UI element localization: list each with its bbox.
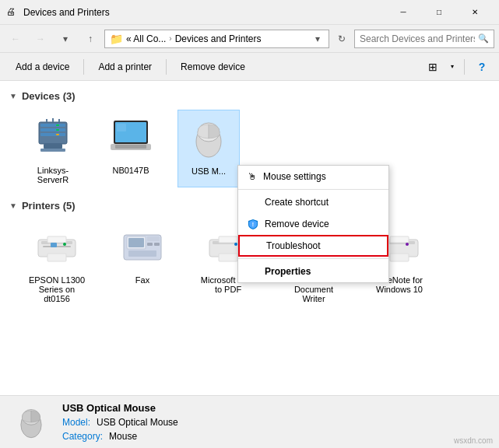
view-grid-icon: ⊞ (428, 61, 438, 73)
window-controls: ─ □ ✕ (385, 0, 493, 25)
printer-item-epson[interactable]: EPSON L1300 Series on dt0156 (22, 219, 92, 306)
status-category-value: Mouse (109, 431, 137, 442)
svg-point-49 (406, 243, 409, 246)
context-item-create-shortcut[interactable]: Create shortcut (238, 191, 388, 213)
laptop-label: NB0147B (112, 166, 149, 175)
svg-rect-30 (128, 250, 156, 257)
breadcrumb-arrow1: › (169, 34, 171, 43)
mouse-icon (184, 114, 234, 163)
context-item-remove-device[interactable]: ! Remove device (238, 213, 388, 235)
context-label-remove-device: Remove device (265, 219, 329, 229)
context-separator-1 (238, 189, 388, 190)
address-bar: ← → ▾ ↑ 📁 « All Co... › Devices and Prin… (0, 25, 499, 53)
svg-rect-6 (56, 134, 59, 135)
fax-icon (118, 222, 167, 272)
status-model-row: Model: USB Optical Mouse (62, 417, 178, 428)
linksys-icon (28, 113, 78, 163)
context-item-properties[interactable]: Properties (238, 261, 388, 282)
folder-icon: 📁 (110, 33, 123, 45)
shield-icon: ! (248, 219, 258, 229)
devices-section-header: ▼ Devices (3) (9, 90, 490, 102)
mouse-label: USB M... (192, 166, 226, 176)
dropdown-nav-button[interactable]: ▾ (54, 28, 76, 50)
watermark: wsxdn.com (454, 436, 493, 445)
back-button[interactable]: ← (5, 28, 26, 50)
toolbar-separator-2 (166, 59, 167, 75)
view-dropdown-button[interactable]: ▾ (447, 56, 458, 78)
status-model-value: USB Optical Mouse (97, 417, 178, 428)
main-content: ▼ Devices (3) (0, 81, 499, 395)
svg-rect-26 (51, 243, 57, 247)
search-icon: 🔍 (478, 33, 489, 44)
context-label-create-shortcut: Create shortcut (265, 197, 329, 208)
status-bar: USB Optical Mouse Model: USB Optical Mou… (0, 395, 499, 448)
status-category-row: Category: Mouse (62, 431, 178, 442)
view-icon-button[interactable]: ⊞ (422, 56, 444, 78)
forward-button[interactable]: → (30, 28, 51, 50)
svg-rect-31 (147, 236, 160, 241)
svg-rect-15 (115, 145, 146, 149)
device-item-laptop[interactable]: NB0147B (100, 110, 162, 187)
breadcrumb-container: « All Co... › Devices and Printers (126, 33, 308, 44)
svg-point-27 (63, 243, 66, 246)
svg-rect-25 (47, 254, 66, 261)
search-input[interactable] (360, 33, 475, 44)
add-device-button[interactable]: Add a device (6, 56, 79, 78)
svg-rect-38 (219, 254, 237, 261)
svg-rect-32 (147, 243, 153, 246)
printers-collapse-arrow[interactable]: ▼ (9, 201, 17, 210)
device-item-linksys[interactable]: Linksys-ServerR (22, 110, 84, 187)
breadcrumb-allco: « All Co... (126, 33, 166, 44)
epson-icon (32, 222, 82, 272)
printer-item-fax[interactable]: Fax (107, 219, 177, 306)
status-category-key: Category: (62, 431, 103, 442)
context-item-troubleshoot[interactable]: Troubleshoot (238, 235, 388, 257)
add-printer-button[interactable]: Add a printer (89, 56, 161, 78)
help-button[interactable]: ? (471, 56, 493, 78)
context-menu: 🖱 Mouse settings Create shortcut ! Remov… (237, 165, 389, 283)
status-model-key: Model: (62, 417, 90, 428)
title-bar: 🖨 Devices and Printers ─ □ ✕ (0, 0, 499, 25)
address-dropdown-button[interactable]: ▾ (311, 31, 324, 47)
toolbar-separator-1 (83, 59, 84, 75)
up-button[interactable]: ↑ (79, 28, 101, 50)
maximize-button[interactable]: □ (421, 0, 457, 25)
breadcrumb-devices: Devices and Printers (175, 33, 262, 44)
device-item-mouse[interactable]: USB M... (177, 110, 240, 187)
svg-rect-5 (56, 129, 59, 131)
devices-collapse-arrow[interactable]: ▼ (9, 92, 17, 100)
svg-rect-48 (390, 254, 409, 261)
search-box[interactable]: 🔍 (354, 30, 494, 48)
epson-label: EPSON L1300 Series on dt0156 (25, 275, 89, 303)
svg-rect-2 (40, 128, 65, 131)
svg-rect-37 (219, 236, 237, 243)
laptop-icon (106, 113, 156, 163)
window-title: Devices and Printers (23, 7, 385, 18)
address-box[interactable]: 📁 « All Co... › Devices and Printers ▾ (104, 30, 329, 48)
svg-rect-24 (47, 236, 66, 243)
context-label-mouse-settings: Mouse settings (263, 171, 326, 182)
toolbar-separator-3 (464, 59, 465, 75)
context-separator-2 (238, 258, 388, 259)
svg-rect-1 (40, 124, 65, 127)
status-device-icon (12, 404, 50, 441)
svg-rect-4 (56, 124, 59, 126)
status-info: USB Optical Mouse Model: USB Optical Mou… (62, 402, 178, 442)
toolbar: Add a device Add a printer Remove device… (0, 53, 499, 81)
printers-section-title: Printers (5) (22, 200, 76, 212)
remove-device-button[interactable]: Remove device (171, 56, 255, 78)
status-device-name: USB Optical Mouse (62, 402, 178, 414)
linksys-label: Linksys-ServerR (25, 166, 81, 184)
context-label-troubleshoot: Troubleshoot (266, 240, 321, 251)
minimize-button[interactable]: ─ (385, 0, 421, 25)
context-label-properties: Properties (265, 266, 311, 277)
svg-rect-10 (44, 144, 62, 149)
svg-rect-16 (117, 124, 126, 131)
refresh-button[interactable]: ↻ (332, 30, 351, 48)
window-icon: 🖨 (6, 6, 19, 19)
svg-rect-11 (40, 149, 65, 152)
close-button[interactable]: ✕ (457, 0, 493, 25)
toolbar-right: ⊞ ▾ ? (422, 56, 493, 78)
context-item-mouse-settings[interactable]: 🖱 Mouse settings (238, 166, 388, 187)
fax-label: Fax (135, 275, 149, 285)
